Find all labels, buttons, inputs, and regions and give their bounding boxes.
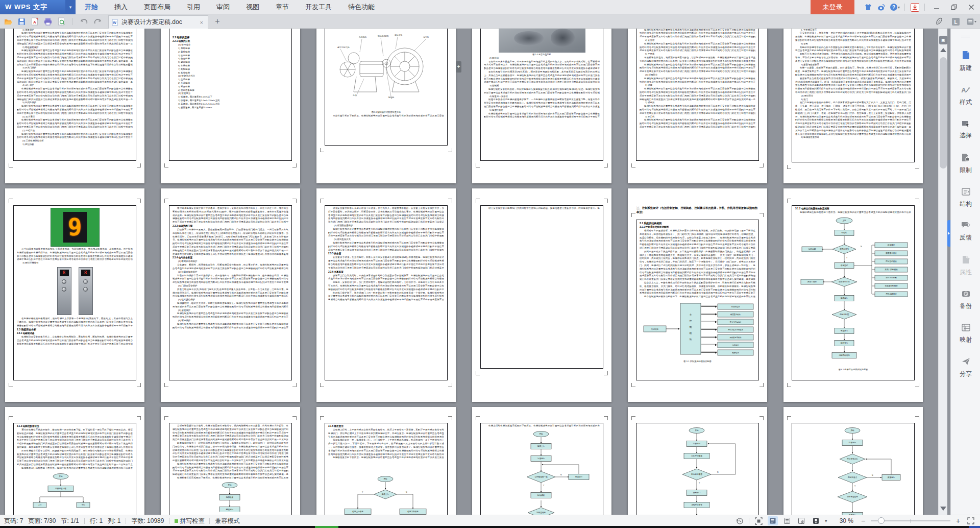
view-caret-icon[interactable]: ▾ xyxy=(825,518,827,523)
page-thumbnail-11[interactable]: 三、控制系统设计（包括控制逻辑、控制回路、控制算法等的选择，并机、停机等控制逻辑… xyxy=(628,188,767,402)
paragraph-text: 电梯检修运行流程图如下图所示。电梯控制系统的设计需要综合考虑曳引机的选型轿厢与对… xyxy=(173,476,288,480)
page-thumbnail-18[interactable]: 开始电梯运行呼叫信号记忆到达换速点减速运行到达平层位置平层开门NY xyxy=(783,407,923,515)
menu-tab-视图[interactable]: 视图 xyxy=(238,0,267,14)
page-thumbnail-17[interactable]: 开始电梯运行记忆呼叫楼层到达目标楼层轿厢开门消除呼叫信号结束NY图3-7 电梯到… xyxy=(628,407,767,515)
sidebar-item-映射[interactable]: 映射 xyxy=(951,324,980,344)
crop-mark xyxy=(631,383,635,387)
zoom-slider-thumb[interactable] xyxy=(878,517,885,524)
menu-tab-插入[interactable]: 插入 xyxy=(106,0,136,14)
vertical-scrollbar[interactable]: ▣ xyxy=(938,29,947,515)
text-frame: 3.1.2 电梯运行的逻辑控制流程图电梯的逻辑控制流程图如下图所示。电梯控制系统… xyxy=(792,205,915,380)
svg-text:马达风机: 马达风机 xyxy=(359,36,366,38)
page-thumbnail-14[interactable]: 当轿厢装载超过设定值时，电梯不响应层站召唤信号，轿内鸣响蜂鸣器提示超载，此时电梯… xyxy=(161,407,300,515)
shirt-icon[interactable] xyxy=(862,2,875,12)
print-preview-icon[interactable] xyxy=(56,16,66,27)
svg-text:消除呼叫信号: 消除呼叫信号 xyxy=(839,354,850,356)
help-icon[interactable]: ?▾ xyxy=(888,2,901,12)
paragraph-text: 通过对电梯位置状态的操作，使得电梯一开始停在最下端，即下端站第一层位置向下端站平… xyxy=(17,428,133,449)
svg-text:运行方向判断: 运行方向判断 xyxy=(886,276,897,279)
outline-view-icon[interactable] xyxy=(782,516,792,525)
page-view-icon[interactable] xyxy=(768,516,778,525)
scrollbar-thumb[interactable] xyxy=(940,57,947,169)
spellcheck-toggle[interactable]: 拼写检查 xyxy=(175,517,204,525)
sidebar-item-新建[interactable]: 新建 xyxy=(951,51,980,73)
menu-tab-特色功能[interactable]: 特色功能 xyxy=(340,0,383,14)
scroll-down-icon[interactable] xyxy=(940,507,946,511)
sidebar-item-结构[interactable]: 结构 xyxy=(951,188,980,208)
wps-logo[interactable]: W WPS 文字 xyxy=(0,0,65,14)
tab-close-icon[interactable]: × xyxy=(199,19,205,26)
weibo-icon[interactable] xyxy=(875,2,888,12)
sidebar-item-样式[interactable]: A样式 xyxy=(951,86,980,107)
zoom-in-button[interactable]: + xyxy=(954,517,962,525)
page-thumbnail-8[interactable]: 缓冲器是电梯安全保护装置中的最后一道保护装置，安装在底坑的缓冲器座上一定位置的正… xyxy=(161,188,300,402)
menu-tab-章节[interactable]: 章节 xyxy=(267,0,297,14)
svg-text:开关门动作: 开关门动作 xyxy=(807,280,817,283)
page-thumbnail-12[interactable]: 3.1.2 电梯运行的逻辑控制流程图电梯的逻辑控制流程图如下图所示。电梯控制系统… xyxy=(783,188,923,402)
redo-icon[interactable] xyxy=(92,16,103,27)
close-button[interactable] xyxy=(963,0,980,14)
read-mode-icon[interactable]: ▣ xyxy=(939,36,947,44)
text-frame: 开始电梯运行呼叫信号记忆到达换速点减速运行到达平层位置平层开门NY xyxy=(792,423,915,515)
insert-comment-button[interactable]: + xyxy=(456,61,461,73)
paragraph-text: 电梯控制系统的设计需要综合考虑曳引机的选型轿厢与对重的布置以及层门安全装置的配合… xyxy=(17,105,133,115)
paragraph-text: 电梯楼层显示如下图所示。电梯控制系统的设计需要综合考虑曳引机的选型轿厢与对重的布… xyxy=(328,456,444,460)
page-thumbnail-9[interactable]: 轿顶安全窗供检修人员进入轿顶下放轿顶，开启为拉入，将被困乘客救起。安全窗上设有安… xyxy=(316,188,456,402)
menu-tab-引用[interactable]: 引用 xyxy=(179,0,208,14)
page-thumbnail-6[interactable]: 电梯控制系统的设计需要综合考虑曳引机的选型轿厢与对重的布置以及层门安全装置的配合… xyxy=(783,29,923,183)
list-item-text: (4) 层站部分 xyxy=(795,94,911,98)
sidebar-item-分享[interactable]: 分享 xyxy=(951,357,980,378)
new-tab-button[interactable]: + xyxy=(212,16,223,27)
menu-tab-开始[interactable]: 开始 xyxy=(77,0,106,14)
sidebar-item-限制[interactable]: 限制 xyxy=(951,153,980,175)
crop-mark xyxy=(760,416,764,420)
page-thumbnail-5[interactable]: 电梯控制系统的设计需要综合考虑曳引机的选型轿厢与对重的布置以及层门安全装置的配合… xyxy=(628,29,767,183)
page-thumbnail-15[interactable]: 3.1.5 楼层显示当电梯上行时，上平层传感器会首先获得电有信号，然后上平层信号… xyxy=(316,407,456,515)
print-icon[interactable] xyxy=(43,16,53,27)
svg-text:A: A xyxy=(961,86,966,94)
zoom-out-button[interactable]: − xyxy=(860,517,867,525)
document-canvas[interactable]: 电梯控制系统的设计需要综合考虑曳引机的选型轿厢与对重的布置以及层门安全装置的配合… xyxy=(0,29,950,515)
zoom-slider[interactable] xyxy=(871,516,950,525)
reader-view-icon[interactable] xyxy=(811,516,821,525)
save-icon[interactable] xyxy=(16,16,27,27)
sidebar-item-备份[interactable]: 备份 xyxy=(951,290,980,310)
page-thumbnail-4[interactable]: 电梯控制系统的设计需要综合考虑曳引机的选型轿厢与对重的布置以及层门安全装置的配合… xyxy=(472,29,611,183)
menu-tab-审阅[interactable]: 审阅 xyxy=(208,0,238,14)
logo-caret-icon[interactable]: ▾ xyxy=(65,0,76,14)
ink-pen-icon[interactable] xyxy=(934,16,944,27)
l-mode-icon[interactable]: L xyxy=(950,16,961,27)
page-thumbnail-1[interactable]: 电梯控制系统的设计需要综合考虑曳引机的选型轿厢与对重的布置以及层门安全装置的配合… xyxy=(5,29,144,183)
page-thumbnail-3[interactable]: 电梯控制系统的设计需要综合考虑曳引机的选型轿厢与对重的布置以及层门安全装置的配合… xyxy=(316,29,456,183)
paragraph-text: 电梯控制系统的设计需要综合考虑曳引机的选型轿厢与对重的布置以及层门安全装置的配合… xyxy=(17,118,133,129)
spellcheck-status-dot xyxy=(175,519,178,523)
page-thumbnail-2[interactable]: 电梯控制系统的设计需要综合考虑曳引机的选型轿厢与对重的布置以及层门安全装置的配合… xyxy=(161,29,300,183)
fit-selection-icon[interactable] xyxy=(753,516,764,525)
restore-button[interactable] xyxy=(945,0,963,14)
svg-text:电梯停在一楼: 电梯停在一楼 xyxy=(55,487,66,490)
open-folder-icon[interactable] xyxy=(3,16,13,27)
layout-mode-icon[interactable] xyxy=(967,16,977,27)
page-thumbnail-13[interactable]: 3.1.3 电梯的换速状况通过对电梯位置状态的操作，使得电梯一开始停在最下端，即… xyxy=(5,407,144,515)
undo-icon[interactable] xyxy=(79,16,89,27)
login-button[interactable]: 未登录 xyxy=(811,0,854,14)
document-tab[interactable]: W 决赛设计方案定稿.doc × xyxy=(108,15,208,29)
export-pdf-icon[interactable]: A xyxy=(30,16,40,27)
download-icon[interactable] xyxy=(908,2,921,12)
page-thumbnail-10[interactable]: 轿门安全保护装置能感知门关闭过程中任何细小的障碍物，实现迅速使门重新开启的一种光… xyxy=(472,188,611,402)
sidebar-item-选择[interactable]: 选择 xyxy=(951,120,980,140)
sidebar-drag-handle[interactable] xyxy=(961,36,970,37)
minimize-button[interactable] xyxy=(928,0,945,14)
page-thumbnail-7[interactable]: 9二寸16段显示器楼层显示器包括:分离式显示器、七段码显示器、荧光笔点阵显示器、… xyxy=(5,188,144,402)
page-thumbnail-16[interactable]: 电梯上行时电梯加减速流程图如下图所示。电梯控制系统的设计需要综合考虑曳引机的选型… xyxy=(472,407,611,515)
text-frame: 3.1 系统的结构框图3.1.1 控制系统的模块功能图根据对甲方的需求分析，电梯… xyxy=(636,220,759,380)
web-view-icon[interactable] xyxy=(796,516,806,525)
menu-tab-开发工具[interactable]: 开发工具 xyxy=(297,0,340,14)
list-item-text: 1) 交流电梯 xyxy=(173,78,288,82)
menu-tab-页面布局[interactable]: 页面布局 xyxy=(136,0,179,14)
scroll-up-icon[interactable] xyxy=(940,48,946,52)
sidebar-item-属性[interactable]: 属性 xyxy=(951,255,980,277)
sidebar-item-反馈[interactable]: 反馈 xyxy=(951,222,980,242)
history-icon[interactable] xyxy=(734,516,745,525)
fullscreen-icon[interactable] xyxy=(966,516,976,525)
